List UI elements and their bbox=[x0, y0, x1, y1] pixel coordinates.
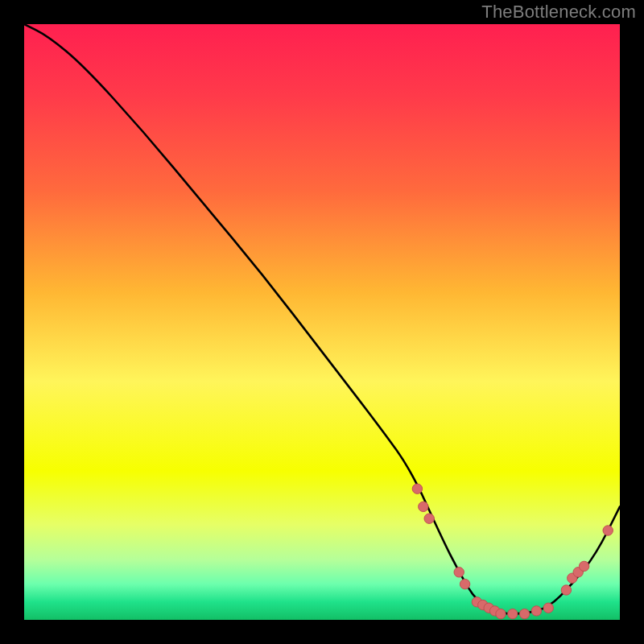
data-marker bbox=[454, 568, 464, 577]
data-marker bbox=[419, 502, 428, 511]
watermark-text: TheBottleneck.com bbox=[481, 2, 636, 23]
data-marker bbox=[531, 606, 541, 616]
plot-area bbox=[24, 24, 620, 620]
chart-container: TheBottleneck.com bbox=[0, 0, 644, 644]
data-marker bbox=[412, 484, 422, 493]
data-marker bbox=[424, 514, 434, 523]
data-marker bbox=[603, 526, 613, 535]
data-marker bbox=[460, 579, 469, 588]
data-marker bbox=[508, 609, 518, 618]
chart-svg bbox=[24, 24, 620, 620]
data-marker bbox=[543, 603, 553, 613]
data-marker bbox=[561, 585, 571, 595]
bottleneck-curve bbox=[24, 24, 620, 614]
data-marker bbox=[519, 609, 529, 618]
data-marker bbox=[496, 609, 506, 618]
marker-group bbox=[412, 484, 613, 619]
data-marker bbox=[579, 561, 588, 571]
